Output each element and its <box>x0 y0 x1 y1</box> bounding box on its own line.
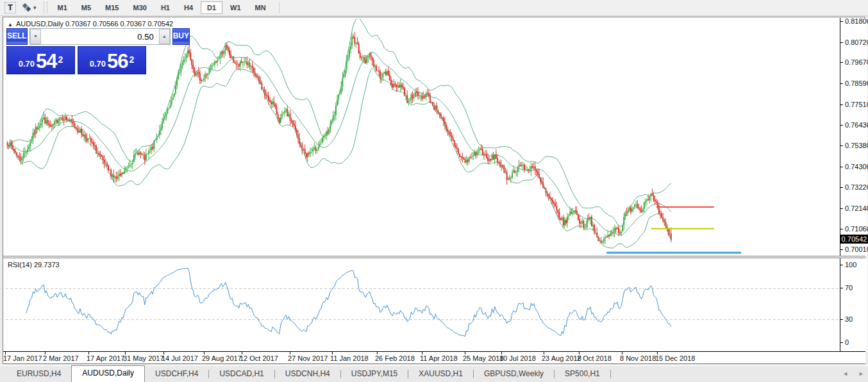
lot-size-input[interactable] <box>41 29 159 44</box>
time-tick-label: 11 Apr 2018 <box>420 354 458 362</box>
chart-tab-eurusd-h4[interactable]: EURUSD,H4 <box>6 367 71 382</box>
timeframe-button-w1[interactable]: W1 <box>224 1 247 14</box>
text-tool-icon: T <box>4 2 16 13</box>
time-tick-label: 23 Aug 2018 <box>542 354 581 362</box>
buy-button[interactable]: BUY <box>172 28 190 45</box>
price-tick <box>840 21 843 22</box>
time-tick-label: 2 Mar 2017 <box>43 354 79 362</box>
sell-button[interactable]: SELL <box>6 28 28 45</box>
timeframe-button-m1[interactable]: M1 <box>51 1 74 14</box>
timeframe-button-mn[interactable]: MN <box>249 1 272 14</box>
current-price-tag: 0.70542 <box>840 235 868 244</box>
time-tick-label: 10 Jul 2018 <box>499 354 536 362</box>
chart-tab-gbpusd-weekly[interactable]: GBPUSD,Weekly <box>474 367 554 382</box>
time-tick-label: 25 May 2018 <box>463 354 504 362</box>
rsi-pane-chart[interactable] <box>6 259 840 352</box>
sell-price-pip: 2 <box>58 56 63 63</box>
rsi-scale[interactable]: 10070300 <box>840 258 867 351</box>
sell-price-display[interactable]: 0.70 54 2 <box>6 46 75 74</box>
rsi-indicator-label: RSI(14) 29.7373 <box>8 261 60 269</box>
sell-price-prefix: 0.70 <box>19 58 35 71</box>
time-tick-label: 14 Jul 2017 <box>162 354 198 362</box>
buy-price-display[interactable]: 0.70 56 2 <box>78 46 146 74</box>
time-tick-label: 2 Oct 2018 <box>577 354 612 362</box>
price-tick <box>840 229 843 229</box>
chart-title: ▲AUDUSD,Daily 0.70367 0.70566 0.70367 0.… <box>8 20 173 28</box>
lot-increase-button[interactable]: ▴ <box>159 29 170 44</box>
chart-tab-xauusd-h1[interactable]: XAUUSD,H1 <box>408 367 473 382</box>
price-tick-label: 0.79670 <box>845 58 868 66</box>
time-tick-label: 17 Apr 2017 <box>87 354 124 362</box>
price-tick-label: 0.78590 <box>845 79 868 87</box>
timeframe-button-h4[interactable]: H4 <box>178 1 199 14</box>
collapse-panel-icon[interactable]: ▲ <box>8 22 13 28</box>
tab-strip: EURUSD,H4AUDUSD,DailyUSDCHF,H4USDCAD,H1U… <box>6 367 611 382</box>
chevron-down-icon: ▾ <box>33 4 37 11</box>
top-toolbar: T ▾ M1M5M15M30H1H4D1W1MN <box>0 0 868 16</box>
tab-scroll-left-icon[interactable]: ◄ <box>842 370 848 377</box>
price-tick-label: 0.72140 <box>845 204 868 212</box>
buy-price-pip: 2 <box>129 56 135 63</box>
timeframe-button-h1[interactable]: H1 <box>154 1 176 14</box>
chart-tab-usdcnh-h4[interactable]: USDCNH,H4 <box>275 367 340 382</box>
chart-tab-usdchf-h4[interactable]: USDCHF,H4 <box>145 367 208 382</box>
rsi-tick-label: 30 <box>845 315 853 323</box>
price-tick-label: 0.76430 <box>845 121 868 129</box>
rsi-tick <box>840 288 843 288</box>
time-tick-label: 27 Nov 2017 <box>288 354 328 362</box>
price-scale[interactable]: 0.818000.807200.796700.785900.775100.764… <box>840 18 867 256</box>
price-tick-label: 0.71060 <box>845 225 868 233</box>
toolbar-grip-handle[interactable] <box>44 2 47 13</box>
price-tick-label: 0.77510 <box>845 101 868 108</box>
price-tick <box>840 42 843 43</box>
timeframe-button-d1[interactable]: D1 <box>201 1 222 14</box>
price-tick <box>840 104 843 105</box>
rsi-tick-label: 0 <box>845 338 849 346</box>
buy-price-big: 56 <box>107 53 128 71</box>
time-tick-label: 12 Oct 2017 <box>240 354 278 362</box>
price-tick-label: 0.75380 <box>845 142 868 149</box>
text-label-tool-button[interactable]: T <box>3 1 18 14</box>
price-tick-label: 0.74300 <box>845 163 868 170</box>
one-click-trading-panel: SELL ▾ ▴ BUY 0.70 54 2 0.70 56 2 <box>6 28 146 74</box>
price-tick-label: 0.80720 <box>845 38 868 46</box>
timeframe-button-m30[interactable]: M30 <box>127 1 153 14</box>
time-tick-label: 29 Aug 2017 <box>202 354 242 362</box>
timeframe-button-m5[interactable]: M5 <box>75 1 97 14</box>
price-tick-label: 0.81800 <box>845 17 868 25</box>
tab-separator <box>610 370 611 378</box>
rsi-tick-label: 70 <box>845 284 853 292</box>
time-tick-label: 8 Nov 2018 <box>620 354 656 362</box>
price-tick <box>840 83 843 84</box>
time-tick-label: 11 Jan 2018 <box>330 354 369 362</box>
price-tick <box>840 167 843 167</box>
arrows-icon <box>21 3 31 13</box>
price-tick <box>840 208 843 209</box>
rsi-tick <box>840 319 843 320</box>
arrows-tool-button[interactable]: ▾ <box>21 1 37 14</box>
chart-title-text: AUDUSD,Daily 0.70367 0.70566 0.70367 0.7… <box>16 20 173 28</box>
chart-tab-usdcad-h1[interactable]: USDCAD,H1 <box>209 367 274 382</box>
pane-divider[interactable] <box>3 256 865 258</box>
timeframe-group: M1M5M15M30H1H4D1W1MN <box>51 1 274 14</box>
chart-tab-usdjpy-m15[interactable]: USDJPY,M15 <box>341 367 408 382</box>
price-tick-label: 0.73220 <box>845 183 868 191</box>
timeframe-button-m15[interactable]: M15 <box>99 1 125 14</box>
sell-price-big: 54 <box>36 53 56 71</box>
chart-tab-sp500-h1[interactable]: SP500,H1 <box>555 367 610 382</box>
tab-scroll-right-icon[interactable]: ► <box>858 370 864 377</box>
chart-tab-audusd-daily[interactable]: AUDUSD,Daily <box>71 365 145 382</box>
price-tick <box>840 249 843 250</box>
chart-tab-bar: EURUSD,H4AUDUSD,DailyUSDCHF,H4USDCAD,H1U… <box>0 365 868 382</box>
time-tick-label: 15 Dec 2018 <box>655 354 695 362</box>
buy-price-prefix: 0.70 <box>90 58 106 71</box>
price-tick <box>840 125 843 126</box>
lot-decrease-button[interactable]: ▾ <box>30 29 41 44</box>
time-tick-label: 26 Feb 2018 <box>375 354 415 362</box>
time-tick-label: 17 Jan 2017 <box>3 354 42 362</box>
price-tick <box>840 145 843 146</box>
price-tick <box>840 187 843 188</box>
price-tick <box>840 62 843 63</box>
time-axis[interactable]: 17 Jan 20172 Mar 201717 Apr 201731 May 2… <box>3 351 865 363</box>
rsi-tick <box>840 342 843 343</box>
